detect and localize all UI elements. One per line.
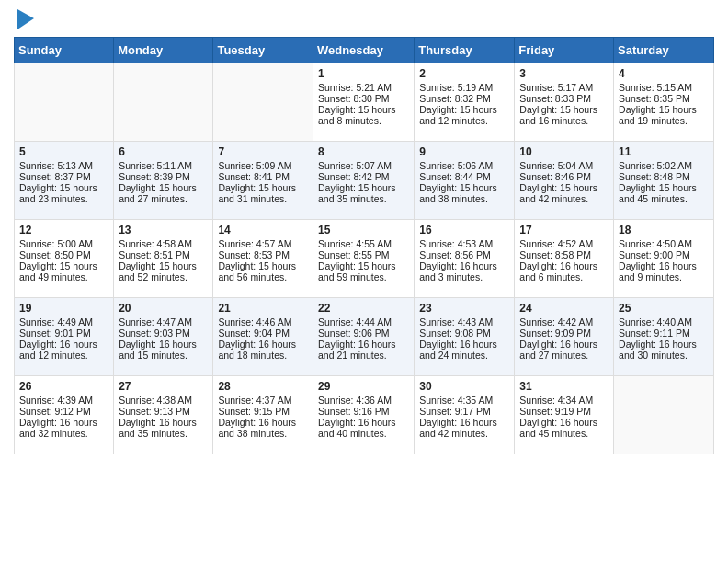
calendar-cell [114, 63, 213, 142]
cell-text: Sunrise: 5:19 AM [419, 82, 509, 93]
cell-text: and 12 minutes. [419, 115, 509, 126]
cell-text: Daylight: 16 hours [19, 417, 108, 428]
cell-text: Sunrise: 5:02 AM [619, 160, 709, 171]
calendar-cell: 12Sunrise: 5:00 AMSunset: 8:50 PMDayligh… [15, 220, 114, 298]
column-header-friday: Friday [515, 38, 614, 63]
day-number: 10 [519, 145, 609, 158]
day-number: 29 [318, 380, 409, 393]
cell-text: Sunrise: 4:55 AM [318, 238, 409, 249]
cell-text: and 3 minutes. [419, 271, 509, 282]
cell-text: Sunrise: 4:44 AM [318, 316, 409, 327]
cell-text: Sunrise: 5:07 AM [318, 160, 409, 171]
cell-text: Sunset: 9:03 PM [119, 327, 208, 339]
calendar-cell: 7Sunrise: 5:09 AMSunset: 8:41 PMDaylight… [213, 142, 313, 220]
day-number: 28 [218, 380, 308, 393]
day-number: 21 [218, 302, 308, 315]
cell-text: Daylight: 15 hours [19, 260, 108, 271]
day-number: 19 [19, 302, 108, 315]
calendar-cell: 5Sunrise: 5:13 AMSunset: 8:37 PMDaylight… [15, 142, 114, 220]
cell-text: Sunrise: 5:15 AM [619, 82, 709, 93]
cell-text: Sunrise: 4:36 AM [318, 395, 409, 406]
cell-text: and 56 minutes. [218, 271, 308, 282]
cell-text: and 27 minutes. [119, 193, 208, 204]
cell-text: Sunset: 8:39 PM [119, 171, 208, 182]
logo-icon [17, 9, 34, 29]
cell-text: Sunrise: 4:47 AM [119, 316, 208, 327]
week-row-4: 19Sunrise: 4:49 AMSunset: 9:01 PMDayligh… [15, 298, 714, 376]
cell-text: Sunrise: 5:17 AM [519, 82, 609, 93]
cell-text: and 49 minutes. [19, 271, 108, 282]
cell-text: Sunset: 8:33 PM [519, 93, 609, 104]
cell-text: Sunset: 9:06 PM [318, 327, 409, 339]
day-number: 20 [119, 302, 208, 315]
calendar-cell: 3Sunrise: 5:17 AMSunset: 8:33 PMDaylight… [515, 63, 614, 142]
day-number: 14 [218, 224, 308, 236]
cell-text: and 9 minutes. [619, 271, 709, 282]
cell-text: and 27 minutes. [519, 350, 609, 361]
cell-text: and 23 minutes. [19, 193, 108, 204]
cell-text: Daylight: 16 hours [519, 260, 609, 271]
calendar-cell [213, 63, 313, 142]
day-number: 26 [19, 380, 108, 393]
cell-text: Sunrise: 5:06 AM [419, 160, 509, 171]
cell-text: and 38 minutes. [419, 193, 509, 204]
cell-text: and 15 minutes. [119, 350, 208, 361]
cell-text: Daylight: 16 hours [119, 339, 208, 350]
column-header-saturday: Saturday [614, 38, 714, 63]
cell-text: Sunrise: 5:09 AM [218, 160, 308, 171]
cell-text: and 59 minutes. [318, 271, 409, 282]
cell-text: Daylight: 15 hours [119, 182, 208, 193]
cell-text: Daylight: 15 hours [519, 182, 609, 193]
column-header-thursday: Thursday [415, 38, 515, 63]
cell-text: Sunset: 8:32 PM [419, 93, 509, 104]
cell-text: Daylight: 15 hours [619, 182, 709, 193]
cell-text: Sunrise: 4:57 AM [218, 238, 308, 249]
cell-text: and 21 minutes. [318, 350, 409, 361]
cell-text: Sunset: 9:11 PM [619, 327, 709, 339]
day-number: 9 [419, 145, 509, 158]
calendar-cell: 2Sunrise: 5:19 AMSunset: 8:32 PMDaylight… [415, 63, 515, 142]
cell-text: Sunrise: 4:40 AM [619, 316, 709, 327]
calendar-cell: 14Sunrise: 4:57 AMSunset: 8:53 PMDayligh… [213, 220, 313, 298]
calendar-cell: 1Sunrise: 5:21 AMSunset: 8:30 PMDaylight… [313, 63, 414, 142]
calendar-cell [614, 376, 714, 454]
page-header [14, 9, 714, 29]
logo [14, 9, 34, 29]
cell-text: Sunset: 8:51 PM [119, 249, 208, 260]
calendar-cell: 22Sunrise: 4:44 AMSunset: 9:06 PMDayligh… [313, 298, 414, 376]
day-number: 1 [318, 67, 409, 80]
cell-text: Daylight: 16 hours [19, 339, 108, 350]
calendar-cell: 25Sunrise: 4:40 AMSunset: 9:11 PMDayligh… [614, 298, 714, 376]
calendar-cell: 13Sunrise: 4:58 AMSunset: 8:51 PMDayligh… [114, 220, 213, 298]
column-header-tuesday: Tuesday [213, 38, 313, 63]
day-number: 11 [619, 145, 709, 158]
cell-text: and 45 minutes. [619, 193, 709, 204]
cell-text: Sunset: 8:35 PM [619, 93, 709, 104]
cell-text: Daylight: 16 hours [619, 260, 709, 271]
calendar-table: SundayMondayTuesdayWednesdayThursdayFrid… [14, 37, 714, 454]
cell-text: Sunset: 8:56 PM [419, 249, 509, 260]
day-number: 24 [519, 302, 609, 315]
calendar-cell: 10Sunrise: 5:04 AMSunset: 8:46 PMDayligh… [515, 142, 614, 220]
cell-text: Sunset: 8:46 PM [519, 171, 609, 182]
cell-text: Daylight: 16 hours [318, 339, 409, 350]
calendar-cell: 20Sunrise: 4:47 AMSunset: 9:03 PMDayligh… [114, 298, 213, 376]
day-number: 25 [619, 302, 709, 315]
day-number: 13 [119, 224, 208, 236]
cell-text: Sunrise: 4:52 AM [519, 238, 609, 249]
day-number: 4 [619, 67, 709, 80]
cell-text: Daylight: 15 hours [218, 260, 308, 271]
cell-text: and 52 minutes. [119, 271, 208, 282]
day-number: 17 [519, 224, 609, 236]
cell-text: Daylight: 16 hours [519, 339, 609, 350]
calendar-cell: 9Sunrise: 5:06 AMSunset: 8:44 PMDaylight… [415, 142, 515, 220]
day-number: 16 [419, 224, 509, 236]
cell-text: Sunset: 8:48 PM [619, 171, 709, 182]
cell-text: Sunset: 9:09 PM [519, 327, 609, 339]
cell-text: Sunset: 8:55 PM [318, 249, 409, 260]
cell-text: and 38 minutes. [218, 428, 308, 439]
cell-text: and 12 minutes. [19, 350, 108, 361]
cell-text: Sunrise: 4:38 AM [119, 395, 208, 406]
cell-text: Sunset: 9:17 PM [419, 406, 509, 417]
cell-text: Sunrise: 4:58 AM [119, 238, 208, 249]
